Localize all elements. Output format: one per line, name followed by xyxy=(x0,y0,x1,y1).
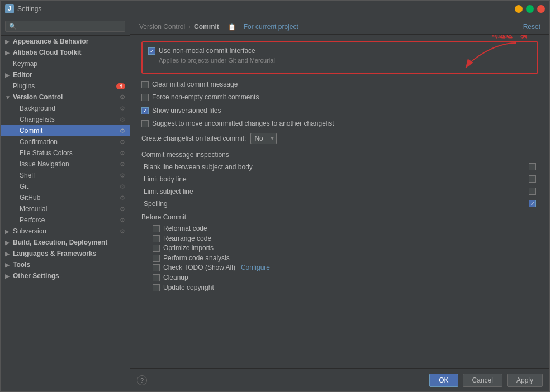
sidebar-item-plugins[interactable]: Plugins 8 xyxy=(1,80,130,92)
sidebar-item-subversion[interactable]: ▶ Subversion ⚙ xyxy=(1,226,130,237)
perform-analysis-label: Perform code analysis xyxy=(163,254,230,263)
reformat-code-checkbox[interactable] xyxy=(153,225,160,232)
sidebar-item-label: Shelf xyxy=(20,171,120,179)
optimize-imports-checkbox[interactable] xyxy=(153,245,160,252)
sidebar-item-label: File Status Colors xyxy=(20,149,120,157)
sidebar-item-commit[interactable]: Commit ⚙ xyxy=(1,125,130,136)
inspection-row-0: Blank line between subject and body xyxy=(141,162,538,172)
before-commit-row-0: Reformat code xyxy=(153,224,538,233)
inspection-label-0: Blank line between subject and body xyxy=(144,163,529,171)
settings-content: Use non-modal commit interface Applies t… xyxy=(130,35,549,368)
sidebar-item-label: Background xyxy=(20,104,120,112)
settings-sidebar: ▶ Appearance & Behavior ▶ Alibaba Cloud … xyxy=(1,17,130,391)
settings-icon: ⚙ xyxy=(120,127,125,135)
sidebar-item-languages[interactable]: ▶ Languages & Frameworks xyxy=(1,248,130,259)
inspection-cb-3[interactable] xyxy=(529,200,536,207)
breadcrumb-current: Commit xyxy=(194,23,219,31)
before-commit-row-5: Cleanup xyxy=(153,274,538,283)
expand-icon: ▶ xyxy=(5,262,12,268)
sidebar-item-git[interactable]: Git ⚙ xyxy=(1,181,130,192)
sidebar-item-github[interactable]: GitHub ⚙ xyxy=(1,192,130,203)
search-input[interactable] xyxy=(5,21,125,32)
check-todo-checkbox[interactable] xyxy=(153,264,160,271)
settings-icon: ⚙ xyxy=(120,183,125,190)
title-bar: J Settings xyxy=(1,1,549,17)
suggest-move-row: Suggest to move uncommitted changes to a… xyxy=(141,119,538,128)
sidebar-item-tools[interactable]: ▶ Tools xyxy=(1,259,130,270)
rearrange-code-checkbox[interactable] xyxy=(153,235,160,242)
sidebar-item-label: Alibaba Cloud Toolkit xyxy=(13,49,125,56)
suggest-move-label: Suggest to move uncommitted changes to a… xyxy=(152,119,334,128)
force-non-empty-checkbox[interactable] xyxy=(141,94,149,101)
expand-icon: ▶ xyxy=(5,273,12,279)
sidebar-item-background[interactable]: Background ⚙ xyxy=(1,103,130,114)
sidebar-item-alibaba[interactable]: ▶ Alibaba Cloud Toolkit xyxy=(1,47,130,58)
inspections-list: Blank line between subject and body Limi… xyxy=(141,162,538,209)
show-unversioned-row: Show unversioned files xyxy=(141,107,538,116)
sidebar-item-mercurial[interactable]: Mercurial ⚙ xyxy=(1,203,130,214)
before-commit-row-3: Perform code analysis xyxy=(153,254,538,263)
sidebar-item-label: Subversion xyxy=(13,227,120,235)
maximize-button[interactable] xyxy=(526,5,534,13)
breadcrumb-sep: › xyxy=(188,23,191,31)
inspections-title: Commit message inspections xyxy=(141,151,538,159)
inspection-cb-2[interactable] xyxy=(529,188,536,195)
sidebar-item-label: Plugins xyxy=(13,82,116,90)
settings-icon: ⚙ xyxy=(120,116,125,123)
clear-initial-label: Clear initial commit message xyxy=(152,80,238,89)
update-copyright-checkbox[interactable] xyxy=(153,284,160,291)
sidebar-item-label: Issue Navigation xyxy=(20,160,120,168)
sidebar-item-confirmation[interactable]: Confirmation ⚙ xyxy=(1,136,130,147)
sidebar-item-appearance[interactable]: ▶ Appearance & Behavior xyxy=(1,36,130,47)
clear-initial-checkbox[interactable] xyxy=(141,81,149,88)
app-icon: J xyxy=(5,4,14,13)
sidebar-item-changelists[interactable]: Changelists ⚙ xyxy=(1,114,130,125)
sidebar-item-build[interactable]: ▶ Build, Execution, Deployment xyxy=(1,237,130,248)
sidebar-item-label: Languages & Frameworks xyxy=(13,250,125,257)
sidebar-item-shelf[interactable]: Shelf ⚙ xyxy=(1,170,130,181)
perform-analysis-checkbox[interactable] xyxy=(153,255,160,262)
help-button[interactable]: ? xyxy=(137,375,147,385)
apply-button[interactable]: Apply xyxy=(507,374,543,387)
changelist-row: Create changelist on failed commit: No Y… xyxy=(141,133,538,144)
before-commit-row-4: Check TODO (Show All) Configure xyxy=(153,264,538,273)
use-non-modal-checkbox[interactable] xyxy=(148,47,155,55)
settings-icon: ⚙ xyxy=(120,161,125,168)
sidebar-item-label: Perforce xyxy=(20,216,120,224)
sidebar-item-editor[interactable]: ▶ Editor xyxy=(1,69,130,80)
ok-button[interactable]: OK xyxy=(429,374,458,387)
inspection-row-1: Limit body line xyxy=(141,174,538,184)
cleanup-checkbox[interactable] xyxy=(153,274,160,281)
use-non-modal-sublabel: Applies to projects under Git and Mercur… xyxy=(159,57,275,64)
sidebar-item-label: Tools xyxy=(13,261,125,269)
before-commit-row-1: Rearrange code xyxy=(153,235,538,243)
changelist-dropdown[interactable]: No Yes Ask xyxy=(250,133,277,144)
sidebar-item-file-status-colors[interactable]: File Status Colors ⚙ xyxy=(1,147,130,159)
expand-icon: ▶ xyxy=(5,72,12,78)
before-commit-row-2: Optimize imports xyxy=(153,244,538,253)
cancel-button[interactable]: Cancel xyxy=(463,374,502,387)
inspection-cb-1[interactable] xyxy=(529,175,536,183)
sidebar-item-keymap[interactable]: Keymap xyxy=(1,58,130,69)
configure-link[interactable]: Configure xyxy=(241,264,270,271)
show-unversioned-checkbox[interactable] xyxy=(141,107,149,114)
main-panel: Version Control › Commit 📋 For current p… xyxy=(130,17,549,391)
minimize-button[interactable] xyxy=(515,5,523,13)
sidebar-item-label: Build, Execution, Deployment xyxy=(13,238,125,246)
inspection-label-2: Limit subject line xyxy=(144,188,529,195)
sidebar-item-other-settings[interactable]: ▶ Other Settings xyxy=(1,270,130,281)
expand-icon: ▶ xyxy=(5,228,12,235)
sidebar-item-label: Keymap xyxy=(13,60,125,68)
window-controls xyxy=(515,5,545,13)
sidebar-item-version-control[interactable]: ▼ Version Control ⚙ xyxy=(1,92,130,103)
sidebar-item-perforce[interactable]: Perforce ⚙ xyxy=(1,214,130,226)
suggest-move-checkbox[interactable] xyxy=(141,120,149,127)
expand-icon: ▶ xyxy=(5,39,12,45)
sidebar-item-issue-navigation[interactable]: Issue Navigation ⚙ xyxy=(1,159,130,170)
close-button[interactable] xyxy=(537,5,545,13)
expand-icon: ▶ xyxy=(5,240,12,246)
use-non-modal-label-group: Use non-modal commit interface Applies t… xyxy=(159,47,275,64)
reset-button[interactable]: Reset xyxy=(523,23,540,31)
sidebar-item-label: Mercurial xyxy=(20,205,120,213)
inspection-cb-0[interactable] xyxy=(529,163,536,170)
